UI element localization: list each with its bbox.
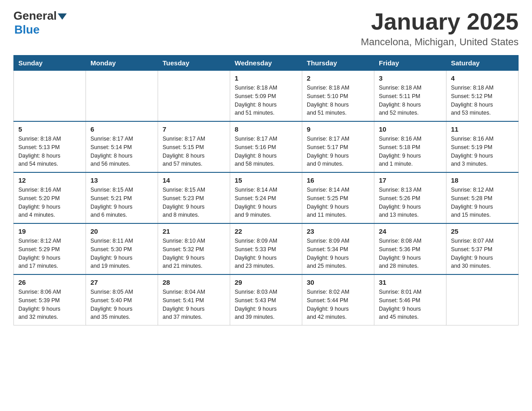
- day-info: Sunrise: 8:14 AMSunset: 5:24 PMDaylight:…: [235, 186, 297, 219]
- calendar-day-16: 16Sunrise: 8:14 AMSunset: 5:25 PMDayligh…: [302, 172, 374, 223]
- day-number: 27: [90, 278, 153, 286]
- calendar-day-8: 8Sunrise: 8:17 AMSunset: 5:16 PMDaylight…: [230, 121, 302, 172]
- calendar-week-row: 26Sunrise: 8:06 AMSunset: 5:39 PMDayligh…: [14, 274, 519, 325]
- calendar-week-row: 19Sunrise: 8:12 AMSunset: 5:29 PMDayligh…: [14, 223, 519, 274]
- calendar-weekday-thursday: Thursday: [302, 56, 374, 71]
- calendar-day-4: 4Sunrise: 8:18 AMSunset: 5:12 PMDaylight…: [446, 71, 519, 122]
- calendar-weekday-wednesday: Wednesday: [230, 56, 302, 71]
- calendar-weekday-friday: Friday: [374, 56, 446, 71]
- day-info: Sunrise: 8:16 AMSunset: 5:19 PMDaylight:…: [451, 135, 514, 168]
- day-info: Sunrise: 8:16 AMSunset: 5:18 PMDaylight:…: [379, 135, 442, 168]
- day-number: 14: [163, 176, 225, 184]
- calendar-weekday-tuesday: Tuesday: [158, 56, 230, 71]
- logo-arrow-icon: [58, 13, 67, 20]
- day-info: Sunrise: 8:06 AMSunset: 5:39 PMDaylight:…: [18, 288, 81, 321]
- day-info: Sunrise: 8:09 AMSunset: 5:34 PMDaylight:…: [307, 237, 369, 270]
- day-info: Sunrise: 8:18 AMSunset: 5:13 PMDaylight:…: [18, 135, 81, 168]
- calendar-day-14: 14Sunrise: 8:15 AMSunset: 5:23 PMDayligh…: [158, 172, 230, 223]
- calendar-day-28: 28Sunrise: 8:04 AMSunset: 5:41 PMDayligh…: [158, 274, 230, 325]
- day-info: Sunrise: 8:17 AMSunset: 5:17 PMDaylight:…: [307, 135, 369, 168]
- day-number: 13: [90, 176, 153, 184]
- logo: General Blue: [13, 9, 67, 37]
- calendar-week-row: 1Sunrise: 8:18 AMSunset: 5:09 PMDaylight…: [14, 71, 519, 122]
- calendar-day-5: 5Sunrise: 8:18 AMSunset: 5:13 PMDaylight…: [14, 121, 86, 172]
- day-number: 29: [235, 278, 297, 286]
- day-number: 20: [90, 227, 153, 235]
- calendar-day-19: 19Sunrise: 8:12 AMSunset: 5:29 PMDayligh…: [14, 223, 86, 274]
- day-number: 18: [451, 176, 514, 184]
- day-number: 31: [379, 278, 442, 286]
- day-info: Sunrise: 8:18 AMSunset: 5:09 PMDaylight:…: [235, 84, 297, 117]
- day-number: 5: [18, 125, 81, 133]
- calendar-weekday-saturday: Saturday: [446, 56, 519, 71]
- page-header: General Blue January 2025 Mancelona, Mic…: [13, 9, 519, 48]
- day-info: Sunrise: 8:09 AMSunset: 5:33 PMDaylight:…: [235, 237, 297, 270]
- day-number: 6: [90, 125, 153, 133]
- day-number: 12: [18, 176, 81, 184]
- calendar-day-20: 20Sunrise: 8:11 AMSunset: 5:30 PMDayligh…: [86, 223, 158, 274]
- day-number: 17: [379, 176, 442, 184]
- day-info: Sunrise: 8:18 AMSunset: 5:11 PMDaylight:…: [379, 84, 442, 117]
- calendar-day-1: 1Sunrise: 8:18 AMSunset: 5:09 PMDaylight…: [230, 71, 302, 122]
- day-number: 1: [235, 74, 297, 82]
- day-info: Sunrise: 8:18 AMSunset: 5:10 PMDaylight:…: [307, 84, 369, 117]
- calendar-day-26: 26Sunrise: 8:06 AMSunset: 5:39 PMDayligh…: [14, 274, 86, 325]
- calendar-table: SundayMondayTuesdayWednesdayThursdayFrid…: [13, 55, 519, 325]
- day-number: 25: [451, 227, 514, 235]
- day-number: 2: [307, 74, 369, 82]
- day-number: 26: [18, 278, 81, 286]
- day-info: Sunrise: 8:17 AMSunset: 5:14 PMDaylight:…: [90, 135, 153, 168]
- day-info: Sunrise: 8:16 AMSunset: 5:20 PMDaylight:…: [18, 186, 81, 219]
- day-number: 16: [307, 176, 369, 184]
- calendar-day-13: 13Sunrise: 8:15 AMSunset: 5:21 PMDayligh…: [86, 172, 158, 223]
- calendar-weekday-sunday: Sunday: [14, 56, 86, 71]
- logo-general-text: General: [13, 9, 57, 23]
- calendar-day-10: 10Sunrise: 8:16 AMSunset: 5:18 PMDayligh…: [374, 121, 446, 172]
- calendar-day-18: 18Sunrise: 8:12 AMSunset: 5:28 PMDayligh…: [446, 172, 519, 223]
- calendar-day-3: 3Sunrise: 8:18 AMSunset: 5:11 PMDaylight…: [374, 71, 446, 122]
- day-info: Sunrise: 8:14 AMSunset: 5:25 PMDaylight:…: [307, 186, 369, 219]
- day-number: 8: [235, 125, 297, 133]
- day-info: Sunrise: 8:03 AMSunset: 5:43 PMDaylight:…: [235, 288, 297, 321]
- day-number: 15: [235, 176, 297, 184]
- day-number: 10: [379, 125, 442, 133]
- day-info: Sunrise: 8:18 AMSunset: 5:12 PMDaylight:…: [451, 84, 514, 117]
- day-number: 24: [379, 227, 442, 235]
- calendar-day-25: 25Sunrise: 8:07 AMSunset: 5:37 PMDayligh…: [446, 223, 519, 274]
- day-info: Sunrise: 8:10 AMSunset: 5:32 PMDaylight:…: [163, 237, 225, 270]
- logo-blue-text: Blue: [14, 23, 39, 37]
- day-info: Sunrise: 8:01 AMSunset: 5:46 PMDaylight:…: [379, 288, 442, 321]
- day-info: Sunrise: 8:15 AMSunset: 5:21 PMDaylight:…: [90, 186, 153, 219]
- calendar-day-7: 7Sunrise: 8:17 AMSunset: 5:15 PMDaylight…: [158, 121, 230, 172]
- day-info: Sunrise: 8:02 AMSunset: 5:44 PMDaylight:…: [307, 288, 369, 321]
- calendar-day-29: 29Sunrise: 8:03 AMSunset: 5:43 PMDayligh…: [230, 274, 302, 325]
- day-info: Sunrise: 8:05 AMSunset: 5:40 PMDaylight:…: [90, 288, 153, 321]
- day-number: 19: [18, 227, 81, 235]
- calendar-day-15: 15Sunrise: 8:14 AMSunset: 5:24 PMDayligh…: [230, 172, 302, 223]
- day-info: Sunrise: 8:04 AMSunset: 5:41 PMDaylight:…: [163, 288, 225, 321]
- calendar-empty-cell: [14, 71, 86, 122]
- calendar-day-17: 17Sunrise: 8:13 AMSunset: 5:26 PMDayligh…: [374, 172, 446, 223]
- calendar-day-12: 12Sunrise: 8:16 AMSunset: 5:20 PMDayligh…: [14, 172, 86, 223]
- day-number: 3: [379, 74, 442, 82]
- day-info: Sunrise: 8:17 AMSunset: 5:15 PMDaylight:…: [163, 135, 225, 168]
- day-number: 22: [235, 227, 297, 235]
- day-number: 9: [307, 125, 369, 133]
- calendar-day-23: 23Sunrise: 8:09 AMSunset: 5:34 PMDayligh…: [302, 223, 374, 274]
- calendar-day-27: 27Sunrise: 8:05 AMSunset: 5:40 PMDayligh…: [86, 274, 158, 325]
- day-info: Sunrise: 8:13 AMSunset: 5:26 PMDaylight:…: [379, 186, 442, 219]
- calendar-empty-cell: [86, 71, 158, 122]
- calendar-day-21: 21Sunrise: 8:10 AMSunset: 5:32 PMDayligh…: [158, 223, 230, 274]
- calendar-week-row: 12Sunrise: 8:16 AMSunset: 5:20 PMDayligh…: [14, 172, 519, 223]
- calendar-weekday-monday: Monday: [86, 56, 158, 71]
- calendar-day-2: 2Sunrise: 8:18 AMSunset: 5:10 PMDaylight…: [302, 71, 374, 122]
- day-info: Sunrise: 8:15 AMSunset: 5:23 PMDaylight:…: [163, 186, 225, 219]
- month-title: January 2025: [361, 9, 519, 34]
- day-number: 11: [451, 125, 514, 133]
- calendar-day-9: 9Sunrise: 8:17 AMSunset: 5:17 PMDaylight…: [302, 121, 374, 172]
- day-info: Sunrise: 8:08 AMSunset: 5:36 PMDaylight:…: [379, 237, 442, 270]
- day-info: Sunrise: 8:12 AMSunset: 5:28 PMDaylight:…: [451, 186, 514, 219]
- calendar-week-row: 5Sunrise: 8:18 AMSunset: 5:13 PMDaylight…: [14, 121, 519, 172]
- calendar-empty-cell: [446, 274, 519, 325]
- calendar-day-24: 24Sunrise: 8:08 AMSunset: 5:36 PMDayligh…: [374, 223, 446, 274]
